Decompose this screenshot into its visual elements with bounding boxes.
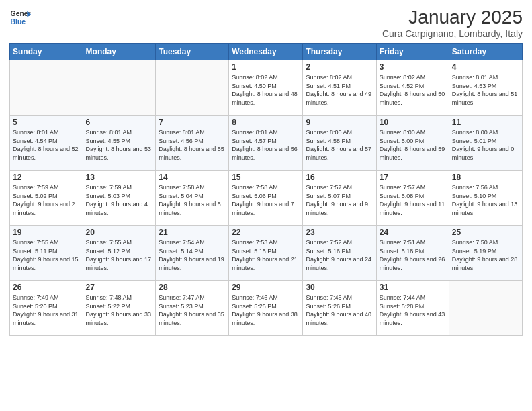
calendar-week-2: 5Sunrise: 8:01 AMSunset: 4:54 PMDaylight…: [10, 116, 523, 171]
day-number: 4: [452, 62, 519, 72]
page: General Blue January 2025 Cura Carpignan…: [0, 0, 532, 411]
day-number: 22: [232, 228, 300, 237]
table-row: 16Sunrise: 7:57 AMSunset: 5:07 PMDayligh…: [303, 171, 376, 226]
day-number: 10: [380, 118, 446, 127]
table-row: 31Sunrise: 7:44 AMSunset: 5:28 PMDayligh…: [376, 281, 449, 336]
day-info: Sunrise: 7:54 AMSunset: 5:14 PMDaylight:…: [159, 238, 226, 272]
calendar-week-5: 26Sunrise: 7:49 AMSunset: 5:20 PMDayligh…: [10, 281, 523, 336]
table-row: 17Sunrise: 7:57 AMSunset: 5:08 PMDayligh…: [376, 171, 449, 226]
table-row: 29Sunrise: 7:46 AMSunset: 5:25 PMDayligh…: [229, 281, 303, 336]
table-row: 10Sunrise: 8:00 AMSunset: 5:00 PMDayligh…: [376, 116, 449, 171]
header: General Blue January 2025 Cura Carpignan…: [9, 7, 523, 39]
table-row: 20Sunrise: 7:55 AMSunset: 5:12 PMDayligh…: [83, 226, 156, 281]
day-info: Sunrise: 8:01 AMSunset: 4:53 PMDaylight:…: [452, 73, 519, 107]
day-number: 25: [452, 228, 519, 237]
day-number: 11: [452, 118, 519, 127]
day-info: Sunrise: 7:59 AMSunset: 5:03 PMDaylight:…: [86, 183, 153, 217]
weekday-monday: Monday: [83, 44, 156, 60]
day-info: Sunrise: 7:55 AMSunset: 5:12 PMDaylight:…: [86, 238, 153, 272]
calendar-week-1: 1Sunrise: 8:02 AMSunset: 4:50 PMDaylight…: [10, 60, 523, 116]
day-number: 26: [13, 283, 80, 292]
calendar-week-4: 19Sunrise: 7:55 AMSunset: 5:11 PMDayligh…: [10, 226, 523, 281]
day-info: Sunrise: 7:49 AMSunset: 5:20 PMDaylight:…: [13, 293, 80, 327]
day-info: Sunrise: 7:50 AMSunset: 5:19 PMDaylight:…: [452, 238, 519, 272]
day-number: 19: [13, 228, 80, 237]
weekday-wednesday: Wednesday: [229, 44, 303, 60]
table-row: 9Sunrise: 8:00 AMSunset: 4:58 PMDaylight…: [303, 116, 376, 171]
day-info: Sunrise: 8:01 AMSunset: 4:55 PMDaylight:…: [86, 128, 153, 162]
table-row: 28Sunrise: 7:47 AMSunset: 5:23 PMDayligh…: [156, 281, 229, 336]
table-row: 19Sunrise: 7:55 AMSunset: 5:11 PMDayligh…: [10, 226, 83, 281]
day-number: 9: [306, 118, 373, 127]
day-number: 21: [159, 228, 226, 237]
weekday-friday: Friday: [376, 44, 449, 60]
day-number: 31: [380, 283, 446, 292]
table-row: 22Sunrise: 7:53 AMSunset: 5:15 PMDayligh…: [229, 226, 303, 281]
table-row: 15Sunrise: 7:58 AMSunset: 5:06 PMDayligh…: [229, 171, 303, 226]
day-info: Sunrise: 7:44 AMSunset: 5:28 PMDaylight:…: [380, 293, 446, 327]
table-row: 21Sunrise: 7:54 AMSunset: 5:14 PMDayligh…: [156, 226, 229, 281]
day-number: 3: [380, 62, 446, 72]
day-number: 13: [86, 173, 153, 182]
table-row: 11Sunrise: 8:00 AMSunset: 5:01 PMDayligh…: [449, 116, 522, 171]
month-year-title: January 2025: [382, 7, 523, 28]
logo: General Blue: [9, 7, 31, 28]
day-info: Sunrise: 8:02 AMSunset: 4:51 PMDaylight:…: [306, 73, 373, 107]
calendar-header-row: Sunday Monday Tuesday Wednesday Thursday…: [10, 44, 523, 60]
day-number: 23: [306, 228, 373, 237]
day-info: Sunrise: 8:00 AMSunset: 5:00 PMDaylight:…: [380, 128, 446, 162]
day-info: Sunrise: 7:57 AMSunset: 5:08 PMDaylight:…: [380, 183, 446, 217]
table-row: 27Sunrise: 7:48 AMSunset: 5:22 PMDayligh…: [83, 281, 156, 336]
table-row: 30Sunrise: 7:45 AMSunset: 5:26 PMDayligh…: [303, 281, 376, 336]
day-number: 14: [159, 173, 226, 182]
weekday-saturday: Saturday: [449, 44, 522, 60]
table-row: 25Sunrise: 7:50 AMSunset: 5:19 PMDayligh…: [449, 226, 522, 281]
day-info: Sunrise: 7:46 AMSunset: 5:25 PMDaylight:…: [232, 293, 300, 327]
table-row: 2Sunrise: 8:02 AMSunset: 4:51 PMDaylight…: [303, 60, 376, 116]
table-row: 4Sunrise: 8:01 AMSunset: 4:53 PMDaylight…: [449, 60, 522, 116]
day-info: Sunrise: 8:02 AMSunset: 4:50 PMDaylight:…: [232, 73, 300, 107]
day-info: Sunrise: 7:57 AMSunset: 5:07 PMDaylight:…: [306, 183, 373, 217]
day-number: 12: [13, 173, 80, 182]
table-row: 14Sunrise: 7:58 AMSunset: 5:04 PMDayligh…: [156, 171, 229, 226]
day-number: 24: [380, 228, 446, 237]
table-row: 8Sunrise: 8:01 AMSunset: 4:57 PMDaylight…: [229, 116, 303, 171]
title-block: January 2025 Cura Carpignano, Lombardy, …: [382, 7, 523, 39]
table-row: 13Sunrise: 7:59 AMSunset: 5:03 PMDayligh…: [83, 171, 156, 226]
day-number: 27: [86, 283, 153, 292]
day-info: Sunrise: 8:01 AMSunset: 4:57 PMDaylight:…: [232, 128, 300, 162]
day-info: Sunrise: 7:45 AMSunset: 5:26 PMDaylight:…: [306, 293, 373, 327]
weekday-sunday: Sunday: [10, 44, 83, 60]
day-info: Sunrise: 8:01 AMSunset: 4:54 PMDaylight:…: [13, 128, 80, 162]
day-info: Sunrise: 7:48 AMSunset: 5:22 PMDaylight:…: [86, 293, 153, 327]
table-row: [449, 281, 522, 336]
weekday-thursday: Thursday: [303, 44, 376, 60]
day-number: 29: [232, 283, 300, 292]
table-row: 12Sunrise: 7:59 AMSunset: 5:02 PMDayligh…: [10, 171, 83, 226]
day-number: 30: [306, 283, 373, 292]
day-info: Sunrise: 8:00 AMSunset: 5:01 PMDaylight:…: [452, 128, 519, 162]
day-info: Sunrise: 7:53 AMSunset: 5:15 PMDaylight:…: [232, 238, 300, 272]
table-row: 18Sunrise: 7:56 AMSunset: 5:10 PMDayligh…: [449, 171, 522, 226]
logo-icon: General Blue: [9, 7, 31, 28]
calendar-table: Sunday Monday Tuesday Wednesday Thursday…: [9, 43, 523, 336]
table-row: 6Sunrise: 8:01 AMSunset: 4:55 PMDaylight…: [83, 116, 156, 171]
table-row: 23Sunrise: 7:52 AMSunset: 5:16 PMDayligh…: [303, 226, 376, 281]
day-info: Sunrise: 7:52 AMSunset: 5:16 PMDaylight:…: [306, 238, 373, 272]
table-row: [156, 60, 229, 116]
day-number: 15: [232, 173, 300, 182]
day-info: Sunrise: 7:58 AMSunset: 5:04 PMDaylight:…: [159, 183, 226, 217]
day-number: 20: [86, 228, 153, 237]
day-number: 8: [232, 118, 300, 127]
table-row: 26Sunrise: 7:49 AMSunset: 5:20 PMDayligh…: [10, 281, 83, 336]
location-subtitle: Cura Carpignano, Lombardy, Italy: [382, 28, 523, 39]
table-row: 7Sunrise: 8:01 AMSunset: 4:56 PMDaylight…: [156, 116, 229, 171]
day-info: Sunrise: 8:01 AMSunset: 4:56 PMDaylight:…: [159, 128, 226, 162]
day-number: 18: [452, 173, 519, 182]
table-row: 1Sunrise: 8:02 AMSunset: 4:50 PMDaylight…: [229, 60, 303, 116]
day-info: Sunrise: 7:55 AMSunset: 5:11 PMDaylight:…: [13, 238, 80, 272]
day-info: Sunrise: 7:56 AMSunset: 5:10 PMDaylight:…: [452, 183, 519, 217]
table-row: [10, 60, 83, 116]
day-number: 28: [159, 283, 226, 292]
day-number: 1: [232, 62, 300, 72]
